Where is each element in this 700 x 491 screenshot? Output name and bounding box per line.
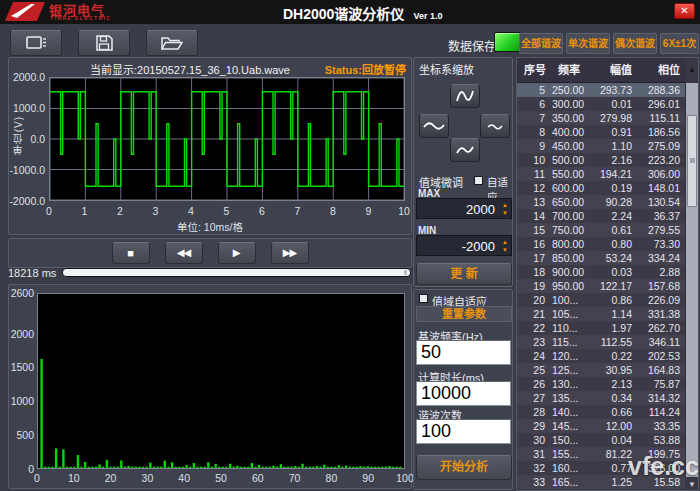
max-spinner[interactable]: 2000 ▲▼ xyxy=(416,198,512,219)
range-adaptive-checkbox[interactable] xyxy=(474,176,483,185)
table-cell: 9 xyxy=(517,139,549,153)
spectrum-y-tick: 2000 xyxy=(9,328,34,340)
table-row[interactable]: 25125...30.95164.83 xyxy=(517,363,685,377)
table-cell: 186.56 xyxy=(641,125,685,139)
table-row[interactable]: 8400.000.91186.56 xyxy=(517,125,685,139)
table-row[interactable]: 10500.002.16223.20 xyxy=(517,153,685,167)
zoom-y-expand-button[interactable] xyxy=(450,84,480,108)
tab-even-harmonics[interactable]: 偶次谐波 xyxy=(613,33,657,54)
app-title: DH2000谐波分析仪 xyxy=(283,6,404,22)
table-cell: 334.24 xyxy=(641,251,685,265)
table-row[interactable]: 20100...0.86226.09 xyxy=(517,293,685,307)
table-row[interactable]: 11550.00194.21306.00 xyxy=(517,167,685,181)
waveform-plot xyxy=(49,77,405,201)
reset-params-button[interactable]: 重置参数 xyxy=(416,306,512,322)
start-analysis-button[interactable]: 开始分析 xyxy=(416,455,512,480)
rewind-button[interactable]: ◀◀ xyxy=(165,242,203,264)
logo-icon xyxy=(5,1,45,22)
data-save-label: 数据保存 xyxy=(448,37,496,54)
stop-button[interactable]: ■ xyxy=(112,242,150,264)
table-row[interactable]: 28140...0.66114.24 xyxy=(517,405,685,419)
open-file-button[interactable] xyxy=(146,30,198,56)
table-header-row: 序号 频率 幅值 相位 xyxy=(517,58,685,83)
table-row[interactable]: 24120...0.22202.53 xyxy=(517,349,685,363)
sine-wide-icon xyxy=(422,118,446,134)
zoom-y-shrink-button[interactable] xyxy=(450,138,480,162)
table-cell: 24 xyxy=(517,349,549,363)
zoom-x-expand-button[interactable] xyxy=(419,114,449,138)
spectrum-bars xyxy=(38,294,404,468)
table-row[interactable]: 14700.002.2436.37 xyxy=(517,209,685,223)
table-cell: 12.00 xyxy=(589,419,641,433)
min-spinner[interactable]: -2000 ▲▼ xyxy=(416,235,512,256)
col-header-phase: 相位 xyxy=(641,58,685,82)
table-row[interactable]: 19950.00122.17157.68 xyxy=(517,279,685,293)
table-row[interactable]: 7350.00279.98115.11 xyxy=(517,111,685,125)
table-cell: 53.24 xyxy=(589,251,641,265)
wave-y-tick: -2000.0 xyxy=(9,195,45,207)
table-row[interactable]: 5250.00293.73288.36 xyxy=(517,83,685,97)
table-row[interactable]: 27135...0.34314.32 xyxy=(517,391,685,405)
table-row[interactable]: 18900.000.032.88 xyxy=(517,265,685,279)
table-row[interactable]: 6300.000.01296.01 xyxy=(517,97,685,111)
table-row[interactable]: 12600.000.19148.01 xyxy=(517,181,685,195)
table-cell: 275.09 xyxy=(641,139,685,153)
fast-forward-button[interactable]: ▶▶ xyxy=(271,242,309,264)
table-row[interactable]: 9450.001.10275.09 xyxy=(517,139,685,153)
table-row[interactable]: 22110...1.97262.70 xyxy=(517,321,685,335)
value-adaptive-checkbox[interactable] xyxy=(419,294,428,303)
table-cell: 155... xyxy=(549,447,589,461)
calc-duration-input[interactable]: 10000 xyxy=(416,381,511,406)
spin-down-icon[interactable]: ▼ xyxy=(502,209,508,217)
scrollbar-thumb[interactable] xyxy=(687,115,697,207)
playback-progress-slider[interactable] xyxy=(62,268,411,277)
spectrum-x-tick: 70 xyxy=(284,472,306,484)
table-row[interactable]: 30150...0.0453.88 xyxy=(517,433,685,447)
spin-up-icon[interactable]: ▲ xyxy=(502,201,508,209)
tab-all-harmonics[interactable]: 全部谐波 xyxy=(519,33,563,54)
spin-up-icon[interactable]: ▲ xyxy=(502,238,508,246)
save-button[interactable] xyxy=(78,30,130,56)
wave-x-tick: 7 xyxy=(290,205,306,217)
capture-button[interactable] xyxy=(10,30,62,56)
watermark: vfe.cc xyxy=(628,452,699,481)
table-cell: 194.21 xyxy=(589,167,641,181)
close-button[interactable]: ✕ xyxy=(674,3,695,19)
table-row[interactable]: 29145...12.0033.35 xyxy=(517,419,685,433)
zoom-x-shrink-button[interactable] xyxy=(480,114,510,138)
table-row[interactable]: 21105...1.14331.38 xyxy=(517,307,685,321)
data-save-led-button[interactable] xyxy=(494,32,521,52)
table-cell: 279.55 xyxy=(641,223,685,237)
spectrum-x-tick: 50 xyxy=(210,472,232,484)
table-cell: 160... xyxy=(549,461,589,475)
scroll-up-icon[interactable]: ▲ xyxy=(688,65,696,74)
table-cell: 125... xyxy=(549,363,589,377)
table-cell: 300.00 xyxy=(549,97,589,111)
fundamental-freq-input[interactable]: 50 xyxy=(416,340,511,365)
update-button[interactable]: 更 新 xyxy=(416,263,512,285)
table-scrollbar[interactable] xyxy=(685,83,698,477)
harmonic-order-input[interactable]: 100 xyxy=(416,419,511,444)
spin-down-icon[interactable]: ▼ xyxy=(502,246,508,254)
table-row[interactable]: 26130...2.1375.87 xyxy=(517,377,685,391)
table-cell: 314.32 xyxy=(641,391,685,405)
wave-x-tick: 0 xyxy=(41,205,57,217)
tab-single-harmonic[interactable]: 单次谐波 xyxy=(566,33,610,54)
logo-text-en: YINHE ELECTRIC xyxy=(50,15,111,21)
table-cell: 500.00 xyxy=(549,153,589,167)
table-cell: 1.97 xyxy=(589,321,641,335)
table-cell: 20 xyxy=(517,293,549,307)
table-row[interactable]: 15750.000.61279.55 xyxy=(517,223,685,237)
scroll-down-icon[interactable]: ▼ xyxy=(688,480,696,489)
table-row[interactable]: 13650.0090.28130.54 xyxy=(517,195,685,209)
table-cell: 2.24 xyxy=(589,209,641,223)
play-button[interactable]: ▶ xyxy=(218,242,256,264)
table-row[interactable]: 16800.000.8073.30 xyxy=(517,237,685,251)
table-cell: 90.28 xyxy=(589,195,641,209)
tab-6x1-harmonics[interactable]: 6X±1次 xyxy=(660,33,699,54)
waveform-panel: 当前显示:20150527.15_36_10.Uab.wave Status:回… xyxy=(8,57,412,235)
table-row[interactable]: 17850.0053.24334.24 xyxy=(517,251,685,265)
spectrum-x-tick: 80 xyxy=(320,472,342,484)
table-row[interactable]: 23115...112.55346.11 xyxy=(517,335,685,349)
wave-y-tick: -1000.0 xyxy=(9,164,45,176)
